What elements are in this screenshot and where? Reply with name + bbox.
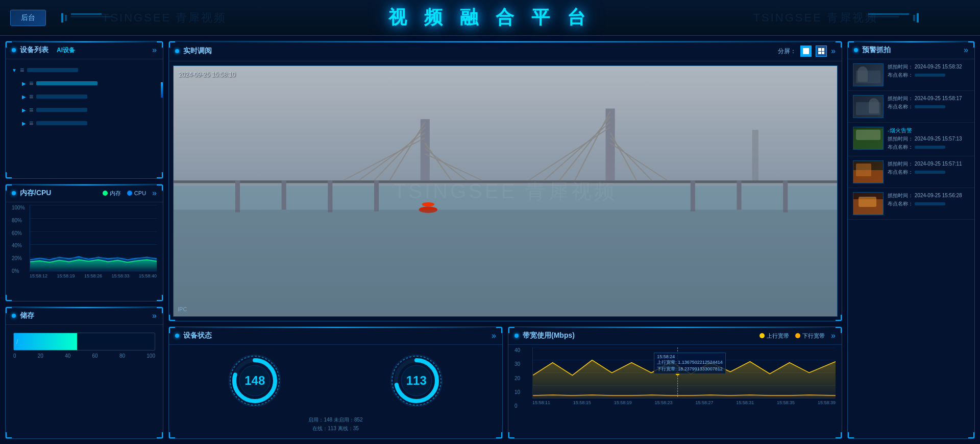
alert-time-label-4: 抓拍时间： — [888, 161, 913, 167]
ai-device-tab[interactable]: AI设备 — [57, 46, 75, 55]
tooltip-upload: 上行宽带: 1.1367502212524414 — [657, 359, 723, 366]
alert-item-2[interactable]: 抓拍时间： 2024-09-25 15:58:17 布点名称： — [848, 91, 974, 123]
mem-cpu-expand[interactable]: » — [152, 189, 157, 198]
alert-time-row-5: 抓拍时间： 2024-09-25 15:56:28 — [888, 192, 969, 199]
svg-rect-2 — [235, 180, 240, 213]
alert-item-4[interactable]: 抓拍时间： 2024-09-25 15:57:11 布点名称： — [848, 156, 974, 188]
alert-type-3: -烟火告警 — [888, 127, 969, 134]
gridline-40 — [30, 231, 157, 232]
split-quad-btn[interactable] — [816, 45, 827, 57]
mem-cpu-panel: 内存/CPU 内存 CPU » 100% 80% — [5, 184, 163, 301]
storage-title: 储存 — [20, 311, 34, 320]
scale-20: 20 — [38, 353, 43, 359]
alert-thumb-scene-1 — [853, 64, 883, 86]
tree-bullet-3: ▶ — [22, 107, 26, 113]
alert-location-label-1: 布点名称： — [888, 72, 913, 78]
storage-expand[interactable]: » — [152, 311, 157, 320]
storage-scale: 0 20 40 60 80 100 — [13, 353, 155, 359]
device-list-expand[interactable]: » — [152, 45, 157, 55]
bandwidth-legend: 上行宽带 下行宽带 » — [760, 331, 836, 340]
device-list-title: 设备列表 — [20, 45, 48, 55]
bandwidth-panel: 带宽使用(Mbps) 上行宽带 下行宽带 » — [508, 326, 842, 439]
tree-list-icon-5: ≡ — [29, 119, 33, 127]
device-tree-child-item-4[interactable]: ▶ ≡ — [12, 116, 157, 130]
mem-cpu-title-area: 内存/CPU — [12, 189, 51, 198]
storage-panel: 储存 » / 0 20 40 60 80 100 — [5, 307, 163, 439]
bw-chart-inner: 15:58:24 上行宽带: 1.1367502212524414 下行宽带: … — [532, 347, 836, 399]
bw-x-7: 15:58:35 — [777, 400, 795, 405]
alert-item-3[interactable]: -烟火告警 抓拍时间： 2024-09-25 15:57:13 布点名称： — [848, 123, 974, 156]
svg-rect-5 — [374, 180, 379, 211]
y-label-20: 20% — [12, 255, 25, 261]
alert-location-row-5: 布点名称： — [888, 200, 969, 207]
gridline-80 — [30, 258, 157, 258]
svg-rect-3 — [282, 180, 286, 209]
title-dot-6 — [514, 334, 519, 338]
storage-title-area: 储存 — [12, 311, 34, 320]
svg-rect-27 — [752, 130, 758, 180]
bandwidth-expand[interactable]: » — [831, 331, 836, 340]
bandwidth-chart: 40 30 20 10 0 — [508, 345, 842, 424]
svg-rect-4 — [328, 180, 332, 213]
mem-cpu-header: 内存/CPU 内存 CPU » — [6, 184, 163, 202]
alert-title-area: 预警抓拍 — [854, 45, 891, 55]
status-labels: 启用：148 未启用：852 — [169, 416, 502, 424]
alert-time-row-3: 抓拍时间： 2024-09-25 15:57:13 — [888, 135, 969, 143]
x-label-1: 15:58:12 — [30, 273, 47, 278]
storage-bar-container: / 0 20 40 60 80 100 — [6, 325, 163, 361]
tree-bullet-4: ▶ — [22, 121, 26, 126]
chart-inner — [30, 205, 157, 271]
device-name-placeholder-highlight — [36, 81, 97, 85]
alert-thumb-scene-2 — [853, 96, 883, 118]
bw-y-40: 40 — [514, 347, 520, 353]
video-ipc-label: IPC — [178, 306, 187, 312]
alert-info-5: 抓拍时间： 2024-09-25 15:56:28 布点名称： — [888, 192, 969, 215]
bandwidth-title-area: 带宽使用(Mbps) — [514, 331, 575, 340]
device-status-header: 设备状态 » — [169, 327, 502, 345]
alert-location-bar-4 — [915, 171, 945, 174]
device-name-placeholder-4 — [36, 121, 87, 125]
gridline-60 — [30, 244, 157, 245]
bw-x-labels: 15:58:11 15:58:15 15:58:19 15:58:23 15:5… — [532, 400, 836, 405]
split-single-btn[interactable] — [800, 45, 812, 57]
title-dot — [12, 48, 16, 52]
x-label-2: 15:58:19 — [57, 273, 75, 278]
alert-item-5[interactable]: 抓拍时间： 2024-09-25 15:56:28 布点名称： — [848, 188, 974, 220]
alert-expand[interactable]: » — [964, 45, 968, 55]
alert-time-2: 2024-09-25 15:58:17 — [915, 96, 962, 101]
alert-item-1[interactable]: 抓拍时间： 2024-09-25 15:58:32 布点名称： — [848, 59, 974, 91]
storage-bar-fill — [14, 333, 77, 350]
offline-circle-gauge: 113 — [388, 353, 445, 409]
alert-location-label-5: 布点名称： — [888, 201, 913, 206]
alert-location-label-4: 布点名称： — [888, 169, 913, 175]
upload-legend-item: 上行宽带 — [760, 332, 789, 340]
center-panel: 实时调阅 分屏： » 2024-09-25 15:58:10 — [168, 41, 842, 439]
alert-info-1: 抓拍时间： 2024-09-25 15:58:32 布点名称： — [888, 63, 969, 86]
video-title: 实时调阅 — [183, 46, 212, 56]
device-tree-child-item-3[interactable]: ▶ ≡ — [12, 103, 157, 116]
alert-info-2: 抓拍时间： 2024-09-25 15:58:17 布点名称： — [888, 95, 969, 118]
back-button[interactable]: 后台 — [10, 10, 46, 26]
x-label-4: 15:58:33 — [111, 273, 129, 278]
alert-location-row-4: 布点名称： — [888, 169, 969, 176]
mem-cpu-title: 内存/CPU — [20, 189, 51, 198]
alert-location-bar-3 — [915, 146, 945, 149]
svg-rect-14 — [606, 108, 615, 180]
scale-0: 0 — [13, 353, 16, 359]
device-tree-item[interactable]: ▼ ≡ — [12, 63, 157, 77]
video-expand[interactable]: » — [831, 46, 836, 56]
y-label-0: 0% — [12, 268, 25, 274]
online-status-label: 启用：148 未启用：852 — [308, 416, 362, 424]
device-tree-child-item-2[interactable]: ▶ ≡ — [12, 90, 157, 103]
device-tree-child-item[interactable]: ▶ ≡ — [12, 77, 157, 90]
device-list-title-area: 设备列表 AI设备 — [12, 45, 75, 55]
device-status-expand[interactable]: » — [492, 331, 496, 340]
y-axis-labels: 100% 80% 60% 40% 20% 0% — [12, 205, 25, 274]
y-label-40: 40% — [12, 243, 25, 248]
tree-list-icon-3: ≡ — [29, 92, 33, 101]
bw-y-0: 0 — [514, 403, 520, 409]
online-gauge-center: 148 — [244, 373, 265, 388]
upload-legend-label: 上行宽带 — [767, 332, 789, 340]
title-dot-5 — [175, 334, 179, 338]
bw-y-labels: 40 30 20 10 0 — [514, 347, 520, 409]
